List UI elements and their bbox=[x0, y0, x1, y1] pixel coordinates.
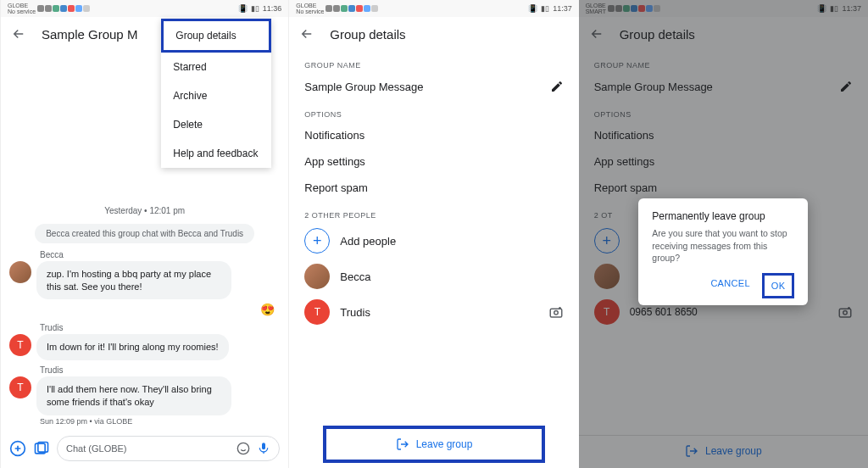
group-name-row: Sample Group Message bbox=[289, 73, 578, 100]
avatar-trudis[interactable]: T bbox=[9, 334, 31, 356]
sender-name: Becca bbox=[40, 250, 280, 259]
compose-placeholder: Chat (GLOBE) bbox=[66, 443, 127, 454]
vibrate-icon: 📳 bbox=[528, 4, 537, 13]
option-report-spam[interactable]: Report spam bbox=[289, 175, 578, 201]
system-message: Becca created this group chat with Becca… bbox=[35, 224, 254, 243]
person-row[interactable]: T Trudis bbox=[289, 294, 578, 330]
option-notifications[interactable]: Notifications bbox=[289, 122, 578, 148]
add-people-row[interactable]: + Add people bbox=[289, 223, 578, 259]
menu-delete[interactable]: Delete bbox=[161, 110, 271, 139]
person-name: Becca bbox=[340, 270, 370, 283]
status-bar: GLOBE No service 📳 ▮▯ 11:36 bbox=[1, 0, 288, 17]
cancel-button[interactable]: CANCEL bbox=[704, 273, 756, 298]
battery-icon: ▮▯ bbox=[251, 4, 259, 13]
section-people: 2 OTHER PEOPLE bbox=[289, 201, 578, 223]
message-bubble[interactable]: I'll add them here now. They'll also bri… bbox=[36, 376, 231, 415]
carrier-label: GLOBE bbox=[296, 3, 324, 8]
carrier-sub-label: No service bbox=[8, 8, 36, 14]
screen-leave-dialog: GLOBE SMART 📳 ▮▯ 11:37 bbox=[579, 0, 868, 468]
message-group: Becca zup. I'm hosting a bbq party at my… bbox=[9, 250, 280, 300]
menu-archive[interactable]: Archive bbox=[161, 81, 271, 110]
person-row[interactable]: Becca bbox=[289, 259, 578, 294]
page-title: Group details bbox=[330, 27, 405, 42]
gallery-icon[interactable] bbox=[33, 440, 50, 457]
vibrate-icon: 📳 bbox=[238, 4, 248, 13]
svg-point-3 bbox=[238, 443, 249, 454]
app-bar: Group details bbox=[289, 17, 578, 51]
edit-icon[interactable] bbox=[550, 80, 564, 93]
svg-point-5 bbox=[554, 311, 558, 315]
camera-add-icon[interactable] bbox=[548, 304, 564, 320]
compose-bar: Chat (GLOBE) bbox=[1, 431, 288, 468]
section-options: OPTIONS bbox=[289, 100, 578, 122]
menu-group-details[interactable]: Group details bbox=[161, 19, 271, 53]
leave-confirm-dialog: Permanently leave group Are you sure tha… bbox=[638, 198, 808, 305]
status-bar: GLOBE No service 📳 ▮▯ 11:37 bbox=[289, 0, 578, 17]
svg-rect-4 bbox=[550, 309, 562, 317]
message-group: Trudis T I'll add them here now. They'll… bbox=[9, 365, 280, 426]
plus-icon[interactable] bbox=[9, 440, 26, 457]
back-arrow-icon[interactable] bbox=[299, 26, 314, 42]
message-bubble[interactable]: Im down for it! I'll bring along my room… bbox=[36, 334, 229, 360]
back-arrow-icon[interactable] bbox=[11, 26, 26, 42]
clock-label: 11:37 bbox=[553, 4, 572, 13]
option-app-settings[interactable]: App settings bbox=[289, 148, 578, 175]
clock-label: 11:36 bbox=[263, 4, 282, 13]
overflow-menu: Group details Starred Archive Delete Hel… bbox=[161, 19, 271, 168]
mic-icon[interactable] bbox=[257, 442, 270, 455]
menu-help[interactable]: Help and feedback bbox=[161, 139, 271, 168]
status-icons-left bbox=[37, 5, 90, 12]
compose-input[interactable]: Chat (GLOBE) bbox=[57, 436, 280, 461]
sender-name: Trudis bbox=[40, 323, 280, 332]
leave-group-button[interactable]: Leave group bbox=[323, 426, 544, 463]
sender-name: Trudis bbox=[40, 365, 280, 375]
leave-icon bbox=[396, 437, 409, 451]
carrier-label: GLOBE bbox=[8, 3, 36, 8]
menu-starred[interactable]: Starred bbox=[161, 53, 271, 81]
group-name-text: Sample Group Message bbox=[304, 81, 423, 93]
chat-title: Sample Group M bbox=[42, 27, 137, 42]
section-group-name: GROUP NAME bbox=[289, 51, 578, 73]
battery-icon: ▮▯ bbox=[541, 4, 549, 13]
screen-chat: GLOBE No service 📳 ▮▯ 11:36 Sample Group… bbox=[0, 0, 289, 468]
dialog-title: Permanently leave group bbox=[652, 210, 794, 222]
emoji-reaction[interactable]: 😍 bbox=[9, 303, 275, 316]
avatar-trudis: T bbox=[304, 299, 330, 325]
carrier-sub-label: No service bbox=[296, 8, 324, 14]
avatar-trudis[interactable]: T bbox=[9, 376, 31, 398]
date-separator: Yesterday • 12:01 pm bbox=[9, 206, 280, 215]
avatar-becca bbox=[304, 264, 330, 289]
avatar-becca[interactable] bbox=[9, 261, 31, 283]
ok-button[interactable]: OK bbox=[762, 273, 795, 298]
leave-group-label: Leave group bbox=[416, 438, 473, 450]
message-bubble[interactable]: zup. I'm hosting a bbq party at my place… bbox=[36, 261, 231, 300]
message-group: Trudis T Im down for it! I'll bring alon… bbox=[9, 323, 280, 360]
screen-group-details: GLOBE No service 📳 ▮▯ 11:37 Group detail… bbox=[289, 0, 578, 468]
status-icons-left bbox=[326, 5, 378, 12]
add-people-label: Add people bbox=[340, 235, 396, 248]
person-name: Trudis bbox=[340, 306, 370, 319]
dialog-body: Are you sure that you want to stop recei… bbox=[652, 227, 794, 265]
add-people-icon: + bbox=[304, 228, 330, 254]
emoji-icon[interactable] bbox=[236, 442, 250, 455]
message-meta: Sun 12:09 pm • via GLOBE bbox=[40, 417, 280, 426]
